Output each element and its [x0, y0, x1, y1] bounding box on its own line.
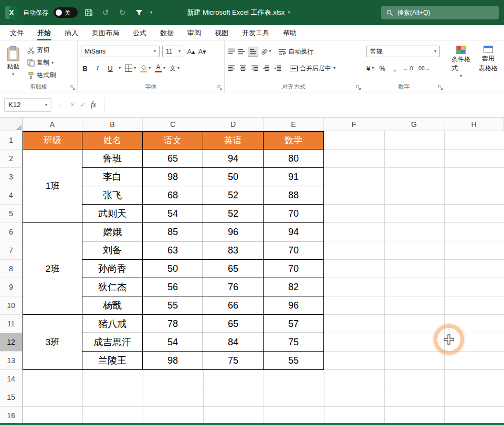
row-header-2[interactable]: 2 — [0, 150, 23, 168]
cell-B11[interactable]: 猪八戒 — [82, 315, 143, 333]
tab-page-layout[interactable]: 页面布局 — [85, 25, 126, 40]
cell-E12[interactable]: 75 — [264, 333, 324, 352]
cell-B9[interactable]: 狄仁杰 — [82, 278, 143, 296]
cell-B5[interactable]: 武则天 — [82, 205, 143, 223]
borders-button[interactable]: ▾ — [125, 65, 136, 72]
column-header-E[interactable]: E — [264, 118, 324, 131]
copy-button[interactable]: 复制 ▾ — [27, 57, 56, 68]
column-header-G[interactable]: G — [384, 118, 444, 131]
clipboard-dialog-launcher[interactable] — [70, 85, 76, 90]
cell-B12[interactable]: 成吉思汗 — [82, 333, 143, 352]
row-header-4[interactable]: 4 — [0, 186, 23, 205]
cell-D6[interactable]: 96 — [203, 223, 264, 241]
cell-A6-merged-class2[interactable]: 2班 — [23, 223, 82, 315]
cell-E3[interactable]: 91 — [264, 168, 324, 186]
cell-C1[interactable]: 语文 — [143, 131, 203, 150]
cell-C9[interactable]: 56 — [143, 278, 203, 296]
cell-E9[interactable]: 82 — [264, 278, 324, 296]
row-header-10[interactable]: 10 — [0, 296, 23, 315]
row-header-16[interactable]: 16 — [0, 407, 23, 425]
cell-E13[interactable]: 55 — [264, 352, 324, 370]
cell-D3[interactable]: 50 — [203, 168, 264, 186]
cell-E7[interactable]: 70 — [264, 241, 324, 260]
cell-E10[interactable]: 96 — [264, 296, 324, 315]
cell-C12[interactable]: 54 — [143, 333, 203, 352]
cell-E4[interactable]: 88 — [264, 186, 324, 205]
enter-button[interactable]: ✓ — [78, 101, 88, 109]
cut-button[interactable]: 剪切 — [27, 45, 56, 56]
underline-button[interactable]: U — [106, 63, 114, 73]
align-right-button[interactable] — [251, 65, 258, 72]
increase-decimal-button[interactable]: ←.0 — [403, 63, 413, 73]
font-size-select[interactable]: 11 ▾ — [162, 46, 184, 57]
cell-E2[interactable]: 80 — [264, 150, 324, 168]
merge-center-button[interactable]: 合并后居中 ▾ — [290, 63, 335, 74]
cell-D1[interactable]: 英语 — [203, 131, 264, 150]
formula-bar-drag-handle[interactable]: ⋮ — [56, 101, 62, 109]
underline-chevron-down-icon[interactable]: ▾ — [119, 66, 121, 70]
row-header-9[interactable]: 9 — [0, 278, 23, 296]
row-header-8[interactable]: 8 — [0, 260, 23, 278]
align-center-button[interactable] — [239, 65, 247, 72]
cell-E5[interactable]: 70 — [264, 205, 324, 223]
formula-input[interactable] — [104, 97, 504, 113]
conditional-formatting-button[interactable]: 条件格式 ▾ — [448, 45, 474, 82]
cell-D9[interactable]: 76 — [203, 278, 264, 296]
cell-C6[interactable]: 85 — [143, 223, 203, 241]
name-box[interactable]: K12 ▾ — [4, 98, 51, 112]
cell-E11[interactable]: 57 — [264, 315, 324, 333]
cell-D7[interactable]: 83 — [203, 241, 264, 260]
save-button[interactable] — [83, 7, 94, 18]
column-header-B[interactable]: B — [82, 118, 143, 131]
bottom-align-button[interactable] — [248, 47, 258, 57]
row-header-5[interactable]: 5 — [0, 205, 23, 223]
comma-style-button[interactable]: , — [391, 63, 399, 73]
bold-button[interactable]: B — [81, 63, 89, 73]
cell-A1[interactable]: 班级 — [23, 131, 82, 150]
cell-E1[interactable]: 数学 — [264, 131, 324, 150]
cell-E8[interactable]: 70 — [264, 260, 324, 278]
tab-data[interactable]: 数据 — [153, 25, 181, 40]
insert-function-button[interactable]: fx — [88, 101, 99, 109]
align-left-button[interactable] — [228, 65, 235, 72]
cell-C10[interactable]: 55 — [143, 296, 203, 315]
filter-chevron-down-icon[interactable]: ▾ — [150, 10, 152, 15]
phonetic-guide-button[interactable]: 文 ▾ — [170, 64, 180, 73]
cell-C5[interactable]: 54 — [143, 205, 203, 223]
cell-B2[interactable]: 鲁班 — [82, 150, 143, 168]
format-painter-button[interactable]: 格式刷 — [27, 70, 56, 81]
row-header-11[interactable]: 11 — [0, 315, 23, 333]
cell-D4[interactable]: 52 — [203, 186, 264, 205]
cell-D12[interactable]: 84 — [203, 333, 264, 352]
increase-indent-button[interactable] — [274, 65, 281, 72]
autosave-toggle[interactable]: 关 — [54, 7, 78, 18]
number-format-select[interactable]: 常规 ▾ — [366, 46, 440, 57]
tab-help[interactable]: 帮助 — [276, 25, 303, 40]
row-header-7[interactable]: 7 — [0, 241, 23, 260]
cell-B13[interactable]: 兰陵王 — [82, 352, 143, 370]
cell-D10[interactable]: 66 — [203, 296, 264, 315]
cell-E6[interactable]: 94 — [264, 223, 324, 241]
filter-button[interactable] — [133, 7, 145, 18]
alignment-dialog-launcher[interactable] — [356, 85, 361, 90]
cell-D2[interactable]: 94 — [203, 150, 264, 168]
italic-button[interactable]: I — [93, 63, 102, 73]
cell-D13[interactable]: 75 — [203, 352, 264, 370]
cell-C4[interactable]: 68 — [143, 186, 203, 205]
cell-C7[interactable]: 63 — [143, 241, 203, 260]
row-header-12-selected[interactable]: 12 — [0, 333, 23, 352]
select-all-corner[interactable] — [0, 118, 23, 131]
cancel-button[interactable]: × — [67, 101, 78, 109]
cell-A11-merged-class3[interactable]: 3班 — [23, 315, 82, 370]
wrap-text-button[interactable]: 自动换行 — [279, 46, 313, 57]
number-dialog-launcher[interactable] — [438, 85, 443, 90]
tab-review[interactable]: 审阅 — [181, 25, 208, 40]
excel-logo-icon[interactable]: X — [5, 6, 18, 19]
decrease-indent-button[interactable] — [262, 65, 270, 72]
fill-color-button[interactable]: ▾ — [140, 65, 151, 72]
accounting-format-button[interactable]: ¥ ▾ — [366, 65, 374, 72]
cell-B7[interactable]: 刘备 — [82, 241, 143, 260]
column-header-H[interactable]: H — [444, 118, 504, 131]
row-header-1[interactable]: 1 — [0, 131, 23, 150]
column-header-A[interactable]: A — [23, 118, 82, 131]
